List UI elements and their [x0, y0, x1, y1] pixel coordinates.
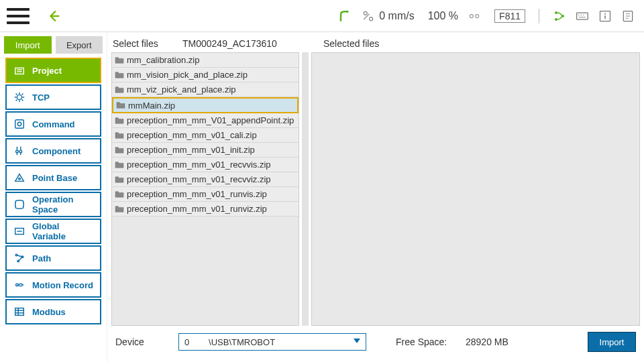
file-name: preception_mm_mm_V01_appendPoint.zip — [127, 115, 294, 125]
nav-icon — [13, 252, 25, 264]
select-files-label: Select files — [113, 38, 182, 49]
nav-item-component[interactable]: Component — [5, 138, 101, 164]
file-row[interactable]: preception_mm_mm_v01_recvviz.zip — [112, 172, 299, 187]
feed-rate: 0 mm/s — [360, 9, 414, 23]
scrollbar[interactable] — [302, 52, 309, 326]
file-icon — [115, 117, 124, 125]
branch-icon[interactable] — [553, 9, 566, 23]
svg-point-27 — [16, 150, 19, 153]
file-row[interactable]: preception_mm_mm_v01_init.zip — [112, 143, 299, 158]
free-space-value: 28920 MB — [466, 337, 533, 347]
tab-import[interactable]: Import — [4, 36, 52, 54]
nav-label: Path — [32, 253, 51, 263]
menu-icon[interactable] — [7, 8, 30, 24]
file-row[interactable]: preception_mm_mm_v01_runvis.zip — [112, 187, 299, 202]
document-icon[interactable] — [621, 9, 635, 23]
back-icon[interactable] — [47, 9, 62, 23]
file-row[interactable]: mm_vision_pick_and_place.zip — [112, 68, 299, 82]
import-button[interactable]: Import — [588, 332, 636, 352]
file-icon — [115, 56, 124, 64]
svg-point-4 — [470, 14, 473, 17]
file-name: preception_mm_mm_v01_init.zip — [127, 145, 255, 155]
link-icon — [468, 9, 481, 23]
file-name: preception_mm_mm_v01_recvvis.zip — [127, 160, 271, 170]
file-row[interactable]: mm_viz_pick_and_place.zip — [112, 82, 299, 97]
file-icon — [115, 176, 124, 184]
file-name: mm_calibration.zip — [127, 55, 199, 65]
status-code: F811 — [494, 9, 525, 23]
keyboard-icon[interactable] — [576, 9, 589, 23]
file-row[interactable]: preception_mm_mm_v01_runviz.zip — [112, 202, 299, 217]
nav-label: Component — [32, 146, 80, 156]
device-value: 0 \USB\TMROBOT — [184, 337, 275, 347]
svg-point-35 — [16, 284, 19, 286]
nav-item-operation-space[interactable]: Operation Space — [5, 192, 101, 217]
percent-value: 100 % — [428, 10, 458, 22]
file-name: preception_mm_mm_v01_runvis.zip — [127, 189, 267, 199]
file-icon — [115, 86, 124, 94]
svg-point-26 — [17, 122, 21, 125]
selected-files-list[interactable] — [311, 52, 640, 326]
nav-icon — [13, 198, 25, 210]
nav-label: Global Variable — [32, 221, 93, 241]
file-name: mm_vision_pick_and_place.zip — [127, 70, 248, 80]
svg-rect-36 — [15, 308, 24, 316]
nav-icon — [13, 306, 25, 318]
speed-icon — [360, 9, 376, 23]
status-bar: 0 mm/s 100 % F811 — [337, 9, 635, 23]
file-name: preception_mm_mm_v01_runviz.zip — [127, 204, 267, 214]
nav-item-project[interactable]: Project — [5, 58, 101, 83]
file-icon — [115, 71, 124, 79]
file-list[interactable]: mm_calibration.zipmm_vision_pick_and_pla… — [111, 52, 299, 326]
nav-icon — [13, 118, 25, 130]
top-toolbar: 0 mm/s 100 % F811 — [0, 0, 644, 32]
selected-files-label: Selected files — [318, 38, 640, 49]
svg-point-7 — [555, 17, 557, 20]
nav-icon — [13, 225, 25, 237]
nav-label: Command — [32, 119, 75, 129]
device-dropdown[interactable]: 0 \USB\TMROBOT — [178, 333, 366, 351]
nav-icon — [13, 145, 25, 157]
list-header: Select files TM000249_AC173610 Selected … — [111, 32, 640, 52]
svg-point-3 — [370, 17, 373, 20]
svg-rect-21 — [15, 68, 24, 74]
nav-icon — [13, 64, 25, 76]
robot-status-icon — [337, 9, 351, 23]
svg-point-6 — [555, 11, 557, 13]
current-dir: TM000249_AC173610 — [182, 38, 318, 49]
nav-label: Motion Record — [32, 280, 93, 290]
footer-bar: Device 0 \USB\TMROBOT Free Space: 28920 … — [111, 326, 640, 358]
svg-rect-9 — [577, 13, 588, 19]
main-panel: Select files TM000249_AC173610 Selected … — [107, 32, 644, 362]
nav-item-global-variable[interactable]: Global Variable — [5, 219, 101, 244]
tab-export[interactable]: Export — [56, 36, 103, 54]
nav-icon — [13, 172, 25, 184]
file-icon — [115, 161, 124, 169]
chevron-down-icon — [354, 339, 360, 343]
file-row[interactable]: mmMain.zip — [112, 97, 299, 113]
file-icon — [115, 190, 124, 198]
file-row[interactable]: preception_mm_mm_v01_cali.zip — [112, 128, 299, 143]
file-row[interactable]: mm_calibration.zip — [112, 53, 299, 68]
file-icon — [115, 131, 124, 139]
info-icon[interactable] — [598, 9, 612, 23]
svg-point-15 — [604, 13, 606, 14]
nav-label: Project — [32, 66, 62, 76]
file-name: preception_mm_mm_v01_recvviz.zip — [127, 174, 271, 184]
device-label: Device — [115, 337, 169, 347]
nav-item-modbus[interactable]: Modbus — [5, 299, 101, 324]
svg-point-28 — [19, 150, 22, 153]
nav-item-path[interactable]: Path — [5, 245, 101, 271]
file-row[interactable]: preception_mm_mm_v01_recvvis.zip — [112, 158, 299, 172]
speed-value: 0 mm/s — [379, 10, 414, 22]
sidebar: Import Export ProjectTCPCommandComponent… — [0, 32, 107, 362]
nav-item-tcp[interactable]: TCP — [5, 84, 101, 110]
divider — [539, 9, 539, 23]
nav-label: Point Base — [32, 173, 77, 183]
nav-item-point-base[interactable]: Point Base — [5, 165, 101, 190]
svg-rect-25 — [15, 120, 24, 129]
file-row[interactable]: preception_mm_mm_V01_appendPoint.zip — [112, 113, 299, 128]
nav-item-motion-record[interactable]: Motion Record — [5, 272, 101, 298]
nav-item-command[interactable]: Command — [5, 111, 101, 137]
file-icon — [116, 101, 125, 109]
